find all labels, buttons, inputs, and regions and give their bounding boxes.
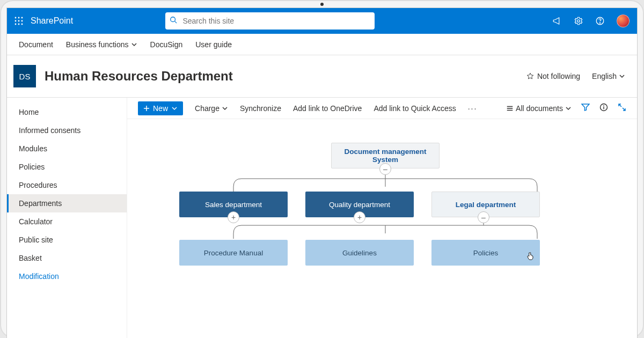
cmd-charge[interactable]: Charge	[195, 104, 228, 113]
suite-bar: SharePoint	[7, 8, 637, 34]
svg-point-8	[21, 24, 23, 25]
app-window: SharePoint Docum	[6, 8, 638, 338]
language-picker[interactable]: English	[592, 72, 625, 80]
left-nav-departments[interactable]: Departments	[7, 194, 127, 212]
svg-point-5	[21, 20, 23, 22]
page-title: Human Resources Department	[45, 69, 233, 84]
nav-item-document[interactable]: Document	[19, 40, 53, 49]
search-container	[165, 12, 375, 30]
toggle-sales[interactable]: +	[228, 211, 239, 223]
list-icon	[506, 105, 514, 112]
diagram-canvas: Document management System – Sales depar…	[127, 119, 637, 338]
plus-icon	[143, 105, 150, 112]
new-button[interactable]: New	[138, 101, 183, 115]
left-nav-modules[interactable]: Modules	[7, 139, 127, 158]
left-nav-public-site[interactable]: Public site	[7, 231, 127, 249]
chevron-down-icon	[171, 105, 178, 112]
cmd-overflow[interactable]: ···	[468, 104, 478, 113]
svg-point-4	[18, 20, 20, 22]
svg-point-1	[18, 17, 20, 19]
search-icon	[170, 16, 177, 26]
command-bar: New Charge Synchronize Add link to OneDr…	[127, 98, 637, 119]
left-nav-basket[interactable]: Basket	[7, 249, 127, 267]
left-nav-calculator[interactable]: Calculator	[7, 212, 127, 231]
svg-point-7	[18, 24, 20, 25]
left-nav-home[interactable]: Home	[7, 103, 127, 121]
svg-point-0	[15, 17, 17, 19]
chevron-down-icon	[565, 105, 572, 112]
svg-point-3	[15, 20, 17, 22]
left-nav-procedures[interactable]: Procedures	[7, 176, 127, 194]
nav-item-user-guide[interactable]: User guide	[195, 40, 232, 49]
nav-item-docusign[interactable]: DocuSign	[150, 40, 183, 49]
left-nav-policies[interactable]: Policies	[7, 158, 127, 176]
toggle-root[interactable]: –	[379, 163, 391, 175]
site-header: DS Human Resources Department Not follow…	[7, 55, 637, 98]
top-nav: Document Business functions DocuSign Use…	[7, 34, 637, 55]
toggle-quality[interactable]: +	[354, 211, 365, 223]
star-icon	[526, 72, 534, 80]
diagram-node-policies[interactable]: Policies	[431, 240, 540, 266]
svg-line-10	[175, 21, 177, 24]
diagram-node-guidelines[interactable]: Guidelines	[305, 240, 414, 266]
nav-item-business-functions[interactable]: Business functions	[66, 40, 137, 49]
left-nav: Home Informed consents Modules Policies …	[7, 98, 127, 338]
avatar[interactable]	[617, 14, 630, 27]
gear-icon[interactable]	[574, 16, 583, 26]
site-logo[interactable]: DS	[13, 65, 36, 87]
help-icon[interactable]	[595, 16, 605, 26]
chevron-down-icon	[222, 105, 228, 112]
svg-point-2	[21, 17, 23, 19]
toggle-legal[interactable]: –	[478, 211, 489, 223]
search-input[interactable]	[165, 12, 375, 30]
cursor-icon	[525, 252, 535, 263]
left-nav-modification[interactable]: Modification	[7, 267, 127, 285]
megaphone-icon[interactable]	[552, 16, 562, 26]
chevron-down-icon	[131, 41, 137, 48]
left-nav-consents[interactable]: Informed consents	[7, 121, 127, 139]
app-launcher-icon[interactable]	[14, 17, 23, 25]
svg-point-9	[171, 17, 175, 22]
info-icon[interactable]	[599, 103, 608, 113]
view-switcher[interactable]: All documents	[506, 104, 572, 113]
cmd-synchronize[interactable]: Synchronize	[240, 104, 281, 113]
svg-point-6	[15, 24, 17, 25]
app-name[interactable]: SharePoint	[31, 16, 73, 26]
svg-point-11	[577, 20, 580, 23]
svg-point-13	[599, 23, 600, 23]
diagram-node-procedure-manual[interactable]: Procedure Manual	[179, 240, 288, 266]
cmd-add-quickaccess[interactable]: Add link to Quick Access	[374, 104, 456, 113]
filter-icon[interactable]	[581, 103, 590, 113]
expand-icon[interactable]	[618, 103, 626, 113]
cmd-add-onedrive[interactable]: Add link to OneDrive	[293, 104, 362, 113]
follow-toggle[interactable]: Not following	[526, 72, 580, 80]
chevron-down-icon	[619, 73, 625, 79]
camera-dot	[320, 3, 324, 6]
